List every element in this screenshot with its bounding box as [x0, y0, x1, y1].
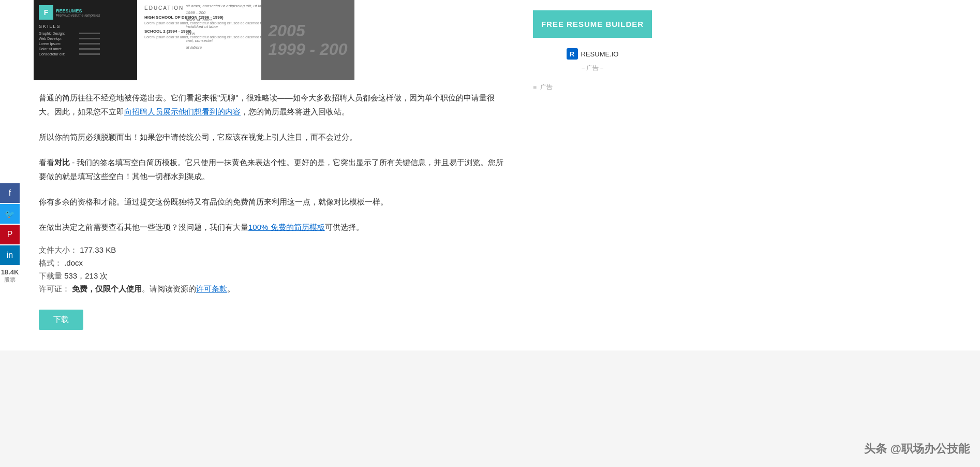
format-label: 格式： — [39, 258, 62, 267]
resume-preview: F REESUMES Premium resume templates SKIL… — [34, 0, 354, 80]
download-button[interactable]: 下载 — [39, 310, 83, 330]
para3-start: 看看 — [39, 158, 54, 167]
skill-graphic: Graphic Design: — [39, 32, 132, 35]
pinterest-button[interactable]: P — [0, 225, 20, 244]
skill-bar-consectetur — [79, 53, 100, 55]
license-end: 。请阅读资源的 — [142, 284, 196, 293]
linkedin-button[interactable]: in — [0, 245, 20, 265]
social-sidebar: f 🐦 P in 18.4K 股票 — [0, 183, 20, 284]
size-value: 177.33 KB — [80, 245, 116, 254]
downloads-label: 下载量 — [39, 271, 62, 280]
skill-lorem: Lorem Ipsum: — [39, 42, 132, 46]
facebook-icon: f — [9, 188, 11, 198]
article-body: 普通的简历往往不经意地被传递出去。它们看起来很"无聊"，很难略读——如今大多数招… — [34, 91, 515, 330]
pinterest-icon: P — [7, 230, 13, 239]
license-row: 许可证： 免费，仅限个人使用。请阅读资源的许可条款。 — [39, 284, 510, 294]
license-period: 。 — [227, 284, 235, 293]
para1-link[interactable]: 向招聘人员展示他们想看到的内容 — [124, 107, 241, 116]
resume-preview-section: F REESUMES Premium resume templates SKIL… — [34, 0, 515, 80]
size-label: 文件大小： — [39, 245, 78, 254]
facebook-button[interactable]: f — [0, 183, 20, 203]
skill-consectetur: Consectetur elit: — [39, 52, 132, 56]
skill-dolor: Dolor sit amet: — [39, 47, 132, 51]
para1-end: ，您的简历最终将进入回收站。 — [241, 107, 349, 116]
ad-text: 广告 — [540, 83, 553, 92]
ad-icon: ≡ — [533, 84, 537, 91]
skill-bar-lorem — [79, 43, 100, 45]
format-value: .docx — [64, 258, 83, 267]
para5-start: 在做出决定之前需要查看其他一些选项？没问题，我们有大量 — [39, 223, 248, 231]
para5-link[interactable]: 100% 免费的简历模板 — [248, 223, 325, 231]
license-link[interactable]: 许可条款 — [196, 284, 227, 293]
logo-text-block: REESUMES Premium resume templates — [56, 8, 100, 17]
ad-label: －广告－ — [533, 64, 652, 72]
paragraph-3: 看看对比 - 我们的签名填写空白简历模板。它只使用一抹黄色来表达个性。更好的是，… — [39, 155, 510, 183]
freesumes-logo: F REESUMES Premium resume templates — [39, 5, 132, 20]
downloads-value: 533，213 次 — [64, 271, 108, 280]
para3-bold: 对比 — [54, 158, 70, 167]
file-info-section: 文件大小： 177.33 KB 格式： .docx 下载量 533，213 次 … — [39, 245, 510, 294]
social-label: 股票 — [4, 276, 16, 284]
format-row: 格式： .docx — [39, 258, 510, 268]
para5-end: 可供选择。 — [325, 223, 364, 231]
para3-end: - 我们的签名填写空白简历模板。它只使用一抹黄色来表达个性。更好的是，它突出显示… — [39, 158, 503, 181]
resume-io-logo: R RESUME.IO — [533, 48, 652, 60]
numbers-overlay: 2005 1999 - 200 — [261, 0, 354, 80]
main-content: F REESUMES Premium resume templates SKIL… — [23, 0, 525, 351]
downloads-row: 下载量 533，213 次 — [39, 271, 510, 281]
paragraph-2: 所以你的简历必须脱颖而出！如果您申请传统公司，它应该在视觉上引人注目，而不会过分… — [39, 130, 510, 144]
paragraph-4: 你有多余的资格和才能。通过提交这份既独特又有品位的免费简历来利用这一点，就像对比… — [39, 195, 510, 209]
free-resume-builder-button[interactable]: FREE RESUME BUILDER — [533, 10, 652, 38]
logo-name: REESUMES — [56, 8, 100, 13]
license-label: 许可证： — [39, 284, 70, 293]
resume-io-text: RESUME.IO — [581, 50, 619, 58]
skill-bar-graphic — [79, 33, 100, 34]
license-bold: 免费，仅限个人使用 — [72, 284, 142, 293]
logo-sub: Premium resume templates — [56, 13, 100, 17]
twitter-icon: 🐦 — [5, 209, 15, 219]
linkedin-icon: in — [7, 251, 13, 260]
resume-io-icon: R — [567, 48, 578, 60]
skill-web: Web Develop: — [39, 37, 132, 40]
social-count: 18.4K — [1, 268, 19, 276]
skill-bar-web — [79, 38, 100, 39]
skill-bar-dolor — [79, 48, 100, 50]
resume-left-panel: F REESUMES Premium resume templates SKIL… — [34, 0, 137, 80]
paragraph-5: 在做出决定之前需要查看其他一些选项？没问题，我们有大量100% 免费的简历模板可… — [39, 220, 510, 234]
twitter-button[interactable]: 🐦 — [0, 204, 20, 224]
right-sidebar: FREE RESUME BUILDER R RESUME.IO －广告－ ≡ 广… — [525, 0, 660, 351]
ad-sidebar-label: ≡ 广告 — [533, 83, 652, 92]
file-size-row: 文件大小： 177.33 KB — [39, 245, 510, 255]
skills-title: SKILLS — [39, 24, 132, 29]
logo-letter: F — [44, 8, 49, 17]
paragraph-1: 普通的简历往往不经意地被传递出去。它们看起来很"无聊"，很难略读——如今大多数招… — [39, 91, 510, 119]
